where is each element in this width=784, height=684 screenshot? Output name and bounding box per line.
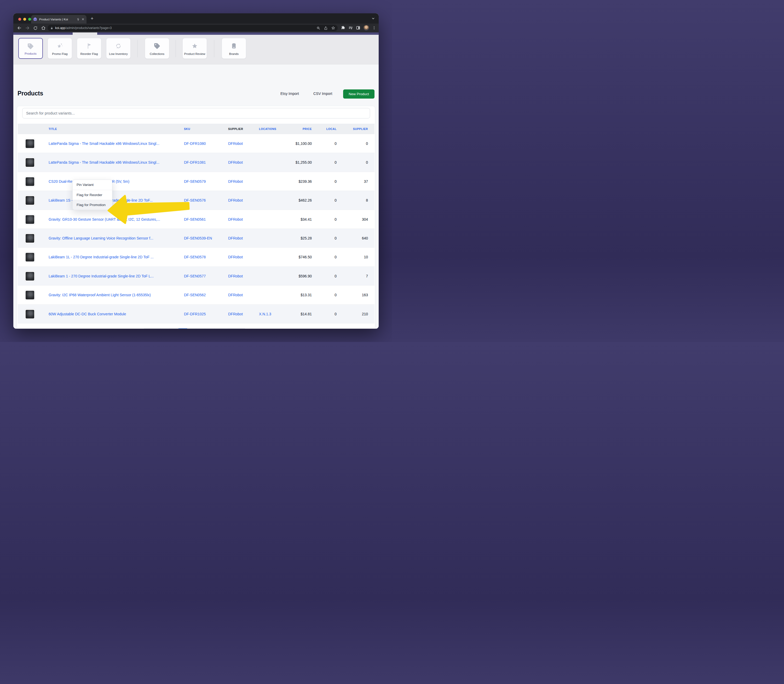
product-sku-link[interactable]: DF-DFR1081 (184, 153, 206, 172)
column-header-title[interactable]: TITLE (48, 124, 57, 134)
pagination-page-2775[interactable]: 2775 (214, 328, 229, 329)
pagination-prev[interactable]: ‹ Prev (143, 328, 161, 329)
tab-search-chevron-icon[interactable] (371, 17, 375, 20)
menu-item-flag-for-promotion[interactable]: Flag for Promotion (72, 200, 112, 210)
toolbar-card-reorder-flag[interactable]: Reorder Flag (77, 38, 101, 59)
toolbar-card-promo-flag[interactable]: Promo Flag (48, 38, 72, 59)
price-value: $746.50 (283, 248, 312, 266)
minimize-window-button[interactable] (23, 18, 26, 21)
maximize-window-button[interactable] (28, 18, 31, 21)
table-row[interactable]: LattePanda Sigma - The Small Hackable x8… (18, 134, 375, 153)
product-sku-link[interactable]: DF-SEN0578 (184, 248, 206, 266)
csv-import-button[interactable]: CSV Import (313, 92, 332, 96)
media-playlist-icon[interactable] (348, 26, 353, 30)
home-icon[interactable] (41, 26, 46, 30)
table-row[interactable]: LattePanda Sigma - The Small Hackable x8… (18, 153, 375, 172)
supplier-link[interactable]: DFRobot (228, 286, 243, 304)
table-row[interactable]: LakiBeam 1S - 270 Degree Industrial-grad… (18, 191, 375, 210)
supplier-link[interactable]: DFRobot (228, 172, 243, 191)
supplier-link[interactable]: DFRobot (228, 267, 243, 286)
column-header-local[interactable]: LOCAL (313, 124, 336, 134)
product-thumbnail[interactable] (24, 214, 35, 225)
supplier-link[interactable]: DFRobot (228, 248, 243, 266)
product-thumbnail[interactable] (24, 290, 35, 300)
pagination-page-3[interactable]: 3 (178, 328, 187, 329)
menu-item-pin-variant[interactable]: Pin Variant (72, 180, 112, 190)
flag-icon (86, 43, 92, 49)
back-icon[interactable] (17, 26, 22, 30)
product-thumbnail[interactable] (24, 138, 35, 149)
toolbar-card-products[interactable]: Products (18, 38, 43, 59)
pagination-page-2[interactable]: 2 (169, 328, 178, 329)
etsy-import-button[interactable]: Etsy Import (280, 92, 299, 96)
product-title-link[interactable]: LattePanda Sigma - The Small Hackable x8… (48, 153, 159, 172)
product-sku-link[interactable]: DF-SEN0562 (184, 286, 206, 304)
supplier-link[interactable]: DFRobot (228, 134, 243, 153)
search-input[interactable] (22, 108, 370, 118)
table-row[interactable]: Gravity: I2C IP68 Waterproof Ambient Lig… (18, 286, 375, 304)
extensions-puzzle-icon[interactable] (341, 26, 345, 30)
table-row[interactable]: Gravity: GR10-30 Gesture Sensor (UART &a… (18, 210, 375, 229)
pagination-page-4[interactable]: 4 (187, 328, 196, 329)
supplier-link[interactable]: DFRobot (228, 229, 243, 248)
product-thumbnail[interactable] (24, 233, 35, 244)
product-thumbnail[interactable] (24, 157, 35, 168)
column-header-locations[interactable]: LOCATIONS (259, 124, 276, 134)
product-sku-link[interactable]: DF-DFR1080 (184, 134, 206, 153)
supplier-link[interactable]: DFRobot (228, 153, 243, 172)
table-row[interactable]: 60W Adjustable DC-DC Buck Converter Modu… (18, 305, 375, 323)
address-bar[interactable]: koi.app/admin/products/variants?page=3 (48, 25, 338, 31)
product-sku-link[interactable]: DF-SEN0539-EN (184, 229, 212, 248)
product-thumbnail[interactable] (24, 309, 35, 319)
supplier-link[interactable]: DFRobot (228, 191, 243, 210)
bookmark-star-icon[interactable] (331, 26, 335, 30)
forward-icon[interactable] (25, 26, 30, 30)
local-stock-value: 0 (318, 229, 336, 248)
product-sku-link[interactable]: DF-SEN0579 (184, 172, 206, 191)
reload-icon[interactable] (33, 26, 38, 30)
product-thumbnail[interactable] (24, 271, 35, 282)
pagination-page-1[interactable]: 1 (161, 328, 169, 329)
column-header-supplier-qty[interactable]: SUPPLIER (345, 124, 368, 134)
toolbar-card-label: Promo Flag (52, 52, 68, 55)
toolbar-card-brands[interactable]: Brands (222, 38, 246, 59)
product-thumbnail[interactable] (24, 252, 35, 263)
product-title-link[interactable]: LakiBeam 1 - 270 Degree Industrial-grade… (48, 267, 154, 286)
table-row[interactable]: CS20 Dual-Resolution Solid-state LiDAR (… (18, 172, 375, 191)
table-row[interactable]: LakiBeam 1L - 270 Degree Industrial-grad… (18, 248, 375, 266)
toolbar-card-collections[interactable]: Collections (145, 38, 169, 59)
browser-tab[interactable]: Product Variants | Koi (31, 15, 87, 24)
product-thumbnail[interactable] (24, 176, 35, 187)
profile-avatar[interactable] (364, 25, 369, 31)
product-title-link[interactable]: LattePanda Sigma - The Small Hackable x8… (48, 134, 159, 153)
product-title-link[interactable]: Gravity: I2C IP68 Waterproof Ambient Lig… (48, 286, 151, 304)
supplier-link[interactable]: DFRobot (228, 305, 243, 323)
product-sku-link[interactable]: DF-SEN0577 (184, 267, 206, 286)
supplier-link[interactable]: DFRobot (228, 210, 243, 229)
toolbar-card-product-review[interactable]: Product Review (182, 38, 207, 59)
product-title-link[interactable]: LakiBeam 1L - 270 Degree Industrial-grad… (48, 248, 154, 266)
toolbar-card-low-inventory[interactable]: Low Inventory (106, 38, 130, 59)
supplier-stock-value: 0 (347, 153, 368, 172)
table-row[interactable]: Gravity: Offline Language Learning Voice… (18, 229, 375, 248)
zoom-page-icon[interactable] (317, 26, 320, 30)
new-tab-button[interactable]: + (91, 16, 93, 21)
new-product-button[interactable]: New Product (343, 89, 375, 98)
product-title-link[interactable]: Gravity: Offline Language Learning Voice… (48, 229, 153, 248)
location-link[interactable]: X.N.1.3 (259, 305, 271, 323)
product-thumbnail[interactable] (24, 195, 35, 206)
product-sku-link[interactable]: DF-DFR1025 (184, 305, 206, 323)
pagination-next[interactable]: Next › (229, 328, 246, 329)
pagination-page-5[interactable]: 5 (196, 328, 205, 329)
sidebar-panel-icon[interactable] (356, 26, 361, 30)
menu-dots-icon[interactable] (372, 26, 376, 30)
column-header-sku[interactable]: SKU (184, 124, 190, 134)
product-title-link[interactable]: 60W Adjustable DC-DC Buck Converter Modu… (48, 305, 126, 323)
scrollbar-thumb[interactable] (72, 32, 97, 35)
close-tab-icon[interactable] (82, 18, 84, 21)
table-row[interactable]: LakiBeam 1 - 270 Degree Industrial-grade… (18, 267, 375, 286)
share-icon[interactable] (324, 26, 328, 30)
menu-item-flag-for-reorder[interactable]: Flag for Reorder (72, 190, 112, 200)
close-window-button[interactable] (18, 18, 21, 21)
column-header-price[interactable]: PRICE (288, 124, 312, 134)
